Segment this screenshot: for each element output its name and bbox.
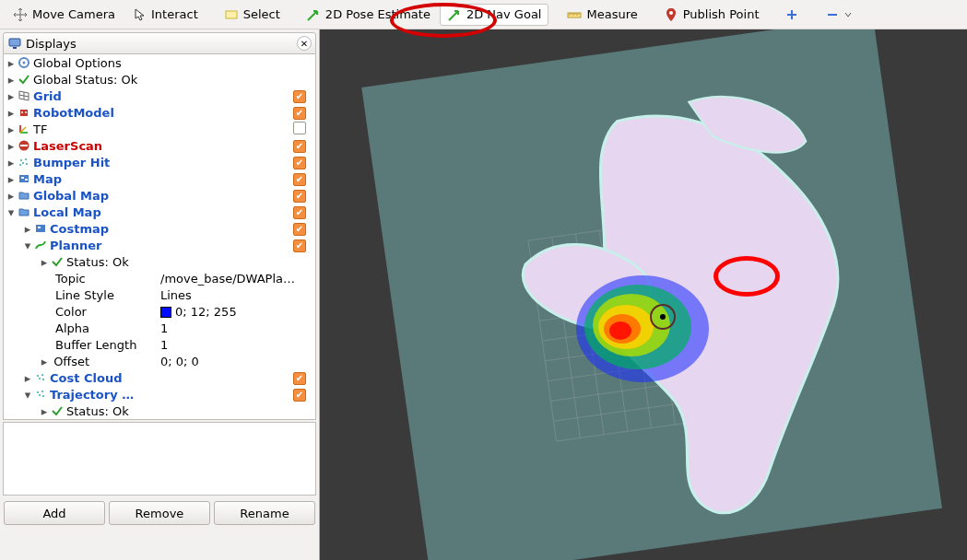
tree-item-robotmodel[interactable]: ▸ RobotModel	[4, 104, 315, 121]
measure-button[interactable]: Measure	[560, 4, 644, 26]
svg-point-13	[25, 158, 27, 160]
tree-item-cost-cloud[interactable]: ▸ Cost Cloud	[4, 369, 315, 386]
visibility-checkbox[interactable]	[293, 157, 306, 169]
tree-item-local-map[interactable]: ▾ Local Map	[4, 204, 315, 220]
expand-icon[interactable]: ▸	[6, 107, 17, 118]
collapse-icon[interactable]: ▾	[22, 239, 33, 251]
prop-value[interactable]: /move_base/DWAPla…	[160, 272, 315, 286]
visibility-checkbox[interactable]	[293, 107, 306, 120]
visibility-checkbox[interactable]	[293, 372, 306, 385]
add-display-button[interactable]	[777, 4, 807, 26]
tree-label: Costmap	[50, 222, 109, 236]
select-icon	[224, 7, 239, 22]
prop-value[interactable]: 0; 12; 255	[160, 305, 315, 319]
svg-point-26	[37, 391, 39, 393]
visibility-checkbox[interactable]	[293, 239, 306, 252]
visibility-checkbox[interactable]	[293, 173, 306, 186]
collapse-icon[interactable]: ▾	[22, 389, 33, 400]
tree-item-planner-status[interactable]: ▸ Status: Ok	[4, 253, 315, 270]
tree-prop-color[interactable]: Color 0; 12; 255	[4, 303, 315, 320]
tree-label: Map	[33, 172, 62, 186]
visibility-checkbox[interactable]	[293, 190, 306, 203]
tree-prop-topic[interactable]: Topic /move_base/DWAPla…	[4, 270, 315, 286]
visibility-checkbox[interactable]	[293, 140, 306, 153]
tree-item-map[interactable]: ▸ Map	[4, 170, 315, 187]
svg-point-23	[41, 374, 43, 376]
visibility-checkbox[interactable]	[293, 206, 306, 219]
expand-icon[interactable]: ▸	[39, 256, 50, 267]
expand-icon[interactable]: ▸	[39, 405, 50, 416]
expand-icon[interactable]: ▸	[6, 173, 17, 184]
tree-item-trajectory-status[interactable]: ▸ Status: Ok	[4, 402, 315, 419]
pin-icon	[664, 7, 678, 22]
tree-item-trajectory[interactable]: ▾ Trajectory …	[4, 386, 315, 402]
nav-goal-button[interactable]: 2D Nav Goal	[440, 4, 549, 26]
remove-display-button[interactable]	[818, 4, 859, 26]
interact-button[interactable]: Interact	[124, 4, 206, 26]
visibility-checkbox[interactable]	[293, 122, 306, 134]
svg-point-22	[37, 375, 39, 377]
tree-prop-linestyle[interactable]: Line Style Lines	[4, 286, 315, 303]
panel-close-button[interactable]: ✕	[297, 36, 312, 51]
tree-item-costmap[interactable]: ▸ Costmap	[4, 220, 315, 237]
move-camera-button[interactable]: Move Camera	[6, 4, 123, 26]
expand-icon[interactable]: ▸	[6, 190, 17, 201]
visibility-checkbox[interactable]	[293, 90, 306, 103]
select-button[interactable]: Select	[217, 4, 288, 26]
panel-buttons: Add Remove Rename	[0, 497, 319, 529]
remove-button[interactable]: Remove	[109, 501, 210, 525]
prop-name: Alpha	[55, 321, 89, 335]
tree-prop-alpha[interactable]: Alpha 1	[4, 320, 315, 336]
expand-icon[interactable]: ▸	[6, 140, 17, 151]
add-button[interactable]: Add	[4, 501, 105, 525]
nav-goal-label: 2D Nav Goal	[466, 7, 542, 21]
displays-tree[interactable]: ▸ Global Options ▸ Global Status: Ok ▸ G…	[3, 54, 316, 420]
svg-point-25	[42, 379, 44, 380]
expand-icon[interactable]: ▸	[6, 57, 17, 68]
tree-item-bumper-hit[interactable]: ▸ Bumper Hit	[4, 154, 315, 170]
prop-value[interactable]: 1	[160, 321, 315, 335]
3d-viewport[interactable]	[320, 29, 967, 560]
ruler-icon	[567, 7, 582, 22]
tree-item-tf[interactable]: ▸ TF	[4, 121, 315, 137]
expand-icon[interactable]: ▸	[6, 74, 17, 85]
tree-label: Cost Cloud	[50, 371, 122, 385]
tree-prop-offset[interactable]: ▸ Offset 0; 0; 0	[4, 353, 315, 369]
tree-label: TF	[33, 122, 47, 136]
chevron-down-icon	[844, 7, 852, 22]
svg-point-38	[609, 321, 631, 340]
tree-item-laserscan[interactable]: ▸ LaserScan	[4, 137, 315, 154]
svg-rect-0	[226, 11, 237, 18]
expand-icon[interactable]: ▸	[6, 157, 17, 168]
visibility-checkbox[interactable]	[293, 389, 306, 402]
expand-icon[interactable]: ▸	[6, 123, 17, 134]
prop-value[interactable]: Lines	[160, 288, 315, 302]
prop-value[interactable]: 0; 0; 0	[160, 355, 315, 368]
grid-icon	[17, 88, 31, 103]
pose-estimate-button[interactable]: 2D Pose Estimate	[299, 4, 438, 26]
svg-rect-11	[20, 145, 28, 146]
expand-icon[interactable]: ▸	[22, 223, 33, 234]
expand-icon[interactable]: ▸	[6, 90, 17, 101]
pose-estimate-label: 2D Pose Estimate	[325, 7, 430, 21]
viz-scene	[320, 29, 967, 560]
prop-value[interactable]: 1	[160, 338, 315, 352]
visibility-checkbox[interactable]	[293, 223, 306, 236]
rename-button[interactable]: Rename	[214, 501, 315, 525]
tree-item-grid[interactable]: ▸ Grid	[4, 88, 315, 104]
expand-icon[interactable]: ▸	[39, 356, 50, 367]
collapse-icon[interactable]: ▾	[6, 206, 17, 217]
check-icon	[50, 403, 65, 418]
tree-item-planner[interactable]: ▾ Planner	[4, 237, 315, 253]
tree-label: Status: Ok	[66, 404, 129, 418]
publish-point-button[interactable]: Publish Point	[656, 4, 767, 26]
prop-name: Topic	[55, 272, 86, 286]
expand-icon[interactable]: ▸	[22, 372, 33, 383]
tree-item-global-map[interactable]: ▸ Global Map	[4, 187, 315, 204]
tree-item-global-options[interactable]: ▸ Global Options	[4, 54, 315, 71]
tree-label: Status: Ok	[66, 255, 129, 269]
tree-label: Global Options	[33, 56, 122, 70]
tree-prop-buflen[interactable]: Buffer Length 1	[4, 336, 315, 353]
plus-icon	[784, 7, 799, 22]
tree-item-global-status[interactable]: ▸ Global Status: Ok	[4, 71, 315, 88]
